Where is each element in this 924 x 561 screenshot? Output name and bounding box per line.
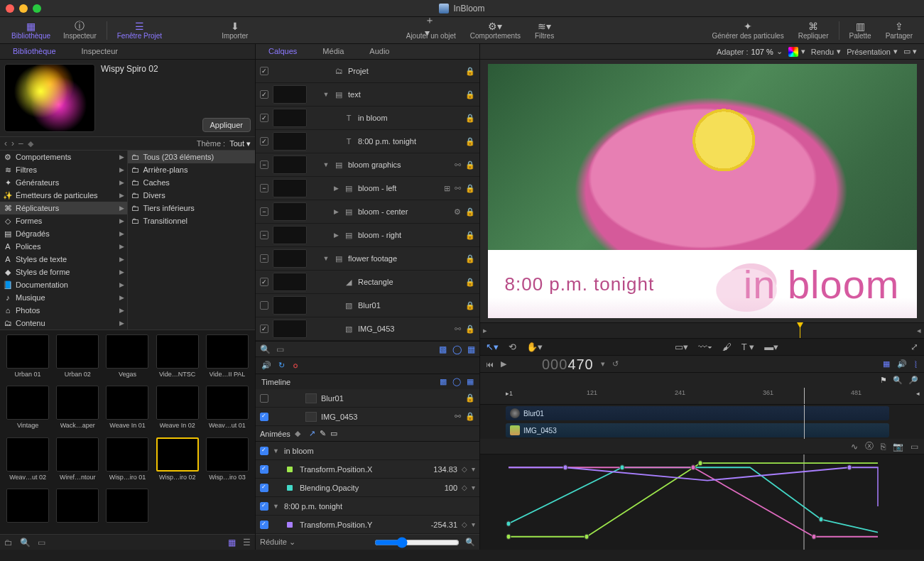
new-folder-icon[interactable]: 🗀 (4, 538, 13, 548)
keyframe-param-row[interactable]: Transform.Position.Y -254.31 ◇ ▾ (256, 516, 479, 534)
param-checkbox[interactable] (260, 502, 268, 511)
link-icon[interactable]: ⚯ (455, 412, 461, 421)
library-category-row[interactable]: ◇Formes▶ (0, 214, 127, 227)
library-item[interactable] (54, 489, 101, 530)
mask-mode-icon[interactable]: ▩ (439, 344, 447, 354)
visibility-checkbox[interactable] (260, 231, 268, 239)
keyframe-menu-icon[interactable]: ▾ (472, 521, 475, 528)
nav-forward-icon[interactable]: › (11, 138, 14, 148)
minimize-window-icon[interactable] (19, 4, 28, 13)
visibility-checkbox[interactable] (260, 325, 268, 333)
zoom-slider[interactable] (374, 537, 460, 548)
expand-canvas-icon[interactable]: ⤢ (911, 342, 918, 352)
library-categories[interactable]: ⚙Comportements▶≋Filtres▶✦Générateurs▶✨Ém… (0, 151, 128, 329)
link-icon[interactable]: ⚯ (455, 160, 461, 170)
media-tab[interactable]: Média (310, 44, 357, 59)
visibility-checkbox[interactable] (260, 184, 268, 192)
lock-icon[interactable]: 🔒 (465, 254, 475, 263)
filters-button[interactable]: ≋▾ Filtres (529, 19, 560, 41)
view-layout-popup[interactable]: ▭ ▾ (903, 47, 917, 56)
timeline-clip[interactable]: IMG_0453 (506, 423, 889, 437)
inspector-tab[interactable]: Inspecteur (69, 44, 131, 59)
add-object-button[interactable]: ＋▾ Ajouter un objet (401, 19, 462, 41)
visibility-checkbox[interactable] (260, 254, 268, 263)
zoom-out-icon[interactable]: 🔍 (893, 376, 903, 385)
library-item[interactable] (4, 489, 51, 530)
nav-back-icon[interactable]: ‹ (4, 138, 7, 148)
layer-row[interactable]: 🗂 Projet 🔒 (256, 60, 479, 83)
camera-icon[interactable]: 📷 (893, 442, 903, 452)
out-point-icon[interactable]: ◂ (917, 326, 921, 335)
paint-tool-icon[interactable]: 🖌 (722, 342, 732, 352)
keyframe-menu-icon[interactable]: ▾ (472, 484, 475, 491)
lock-icon[interactable]: 🔒 (465, 412, 475, 421)
mini-timeline[interactable]: ▸ ◂ (480, 322, 924, 338)
layer-row[interactable]: ▧ Blur01 🔒 (256, 294, 479, 317)
timeline-tracks[interactable]: Blur01 IMG_0453 (480, 405, 924, 439)
link-icon[interactable]: ⚯ (455, 184, 461, 193)
timecode-display[interactable]: 000000470470 (542, 356, 594, 373)
layer-row[interactable]: T in bloom 🔒 (256, 107, 479, 130)
library-category-row[interactable]: APolices▶ (0, 240, 127, 253)
adapter-popup[interactable]: Adapter : 107 % ⌄ (717, 47, 783, 56)
close-window-icon[interactable] (6, 4, 14, 13)
visibility-checkbox[interactable] (260, 394, 268, 403)
go-start-icon[interactable]: ⏮ (486, 360, 494, 369)
library-item[interactable]: Wisp…iro 02 (154, 437, 201, 486)
nav-path[interactable]: – (18, 138, 23, 148)
generate-particles-button[interactable]: ✦ Générer des particules (707, 19, 790, 41)
3d-transform-tool-icon[interactable]: ⟲ (509, 342, 516, 352)
disclosure-icon[interactable]: ▼ (273, 503, 280, 510)
stack-view-icon[interactable]: ▭ (38, 538, 45, 548)
prev-keyframe-icon[interactable]: ◇ (462, 521, 467, 528)
library-item[interactable]: Wiref…ntour (54, 437, 101, 486)
audio-tab[interactable]: Audio (357, 44, 402, 59)
in-point-icon[interactable]: ▸1 (506, 390, 513, 397)
disclosure-icon[interactable]: ▼ (322, 161, 330, 168)
lock-icon[interactable]: 🔒 (465, 67, 475, 76)
reset-icon[interactable]: ↺ (612, 359, 619, 369)
lock-icon[interactable]: 🔒 (465, 231, 475, 240)
fit-curves-icon[interactable]: ▭ (911, 442, 918, 452)
canvas[interactable]: 8:00 p.m. tonight in bloom (480, 60, 924, 322)
param-checkbox[interactable] (260, 465, 268, 474)
timeline-row[interactable]: Blur01 🔒 (256, 389, 479, 408)
library-item[interactable] (104, 489, 151, 530)
play-icon[interactable]: ▶ (501, 359, 506, 369)
keyframe-param-row[interactable]: ▼ 8:00 p.m. tonight (256, 497, 479, 516)
library-item[interactable]: Vide…II PAL (204, 334, 251, 383)
disclosure-icon[interactable]: ▼ (322, 91, 330, 98)
timecode-menu-icon[interactable]: ▾ (601, 359, 605, 369)
snapshot-icon[interactable]: ⎘ (881, 442, 886, 452)
timeline-row[interactable]: IMG_0453 ⚯ 🔒 (256, 408, 479, 426)
library-item[interactable]: Urban 01 (4, 334, 51, 383)
search-icon[interactable]: 🔍 (20, 538, 31, 548)
layer-row[interactable]: ▼ ▤ bloom graphics ⚯ 🔒 (256, 153, 479, 177)
lock-icon[interactable]: 🔒 (465, 393, 475, 403)
lock-icon[interactable]: 🔒 (465, 207, 475, 217)
lock-icon[interactable]: 🔒 (465, 325, 475, 334)
library-category-row[interactable]: ◆Styles de forme▶ (0, 266, 127, 278)
timeline-ruler[interactable]: ▸1 121 241 361 481 ◂ (480, 388, 924, 405)
layer-row[interactable]: T 8:00 p.m. tonight 🔒 (256, 130, 479, 153)
in-point-icon[interactable]: ▸ (483, 326, 487, 335)
color-channel-popup[interactable]: ▾ (788, 47, 805, 57)
lock-icon[interactable]: 🔒 (465, 90, 475, 99)
visibility-checkbox[interactable] (260, 90, 268, 99)
layers-tab[interactable]: Calques (256, 44, 310, 59)
keyframe-graph[interactable] (480, 454, 924, 550)
grid-view-icon[interactable]: ▦ (228, 538, 236, 548)
layer-row[interactable]: ▧ IMG_0453 ⚯ 🔒 (256, 317, 479, 341)
visibility-checkbox[interactable] (260, 114, 268, 122)
pen-tool-icon[interactable]: ✎ (320, 429, 326, 438)
visibility-checkbox[interactable] (260, 207, 268, 216)
text-tool-icon[interactable]: T ▾ (741, 342, 754, 352)
library-category-row[interactable]: ⌂Photos▶ (0, 304, 127, 317)
audio-waveform-icon[interactable]: ∿ (851, 442, 858, 452)
disclosure-icon[interactable]: ▶ (332, 208, 339, 215)
library-item[interactable]: Urban 02 (54, 334, 101, 383)
window-traffic-lights[interactable] (6, 4, 41, 13)
visibility-checkbox[interactable] (260, 301, 268, 310)
layer-row[interactable]: ▶ ▤ bloom - right 🔒 (256, 224, 479, 247)
keyframe-param-row[interactable]: Blending.Opacity 100 ◇ ▾ (256, 479, 479, 497)
